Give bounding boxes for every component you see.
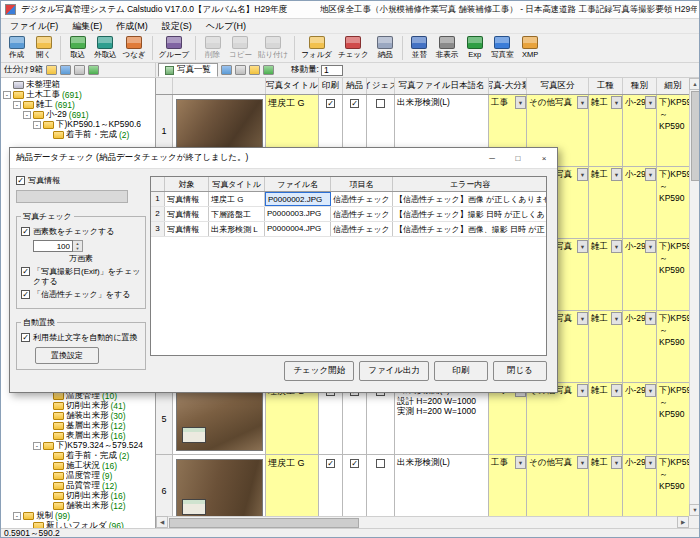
toolbar-create-button[interactable]: 作成 <box>3 35 30 61</box>
shubetsu-cell[interactable]: 小-29 <box>623 383 657 454</box>
toolbar-delivery-button[interactable]: 納品 <box>372 35 399 61</box>
dropdown-button[interactable] <box>577 96 588 109</box>
file-name-cell[interactable]: P0000004.JPG <box>265 222 331 236</box>
saibetsu-cell[interactable]: 下)KP590.1～KP590 <box>657 167 689 238</box>
pixel-check-checkbox[interactable]: 画素数をチェックする <box>21 227 141 237</box>
menu-item-2[interactable]: 作成(M) <box>110 19 154 34</box>
tree-item[interactable]: 品質管理(12) <box>1 481 155 491</box>
photo-kubun-cell[interactable]: その他写真 <box>527 383 589 454</box>
dropdown-button[interactable] <box>577 456 588 469</box>
toolbar-xmp-button[interactable]: XMP <box>517 35 544 60</box>
dropdown-button[interactable] <box>611 456 622 469</box>
photo-thumbnail[interactable] <box>176 459 263 517</box>
scroll-down-icon[interactable]: ▼ <box>689 504 700 516</box>
print-checkbox[interactable] <box>326 99 335 108</box>
error-row[interactable]: 1写真情報埋戻工 GP0000002.JPG信憑性チェック【信憑性チェック】画像… <box>151 192 546 207</box>
photo-title-cell[interactable]: 下層路盤工 <box>209 207 265 221</box>
pixel-count-input[interactable] <box>33 240 73 252</box>
toolbar-import-button[interactable]: 取込 <box>64 35 91 61</box>
tree-item[interactable]: 着手前・完成(2) <box>1 130 155 140</box>
auto-replace-checkbox[interactable]: 利用禁止文字を自動的に置換 <box>21 333 141 343</box>
digest-cell[interactable] <box>367 383 395 454</box>
print-checkbox[interactable] <box>326 459 335 468</box>
target-cell[interactable]: 写真情報 <box>165 222 209 236</box>
toolbar-group-button[interactable]: グループ <box>156 35 193 61</box>
menu-item-1[interactable]: 編集(E) <box>66 19 108 34</box>
folder-add-icon[interactable] <box>46 65 57 75</box>
item-name-cell[interactable]: 信憑性チェック <box>331 192 393 206</box>
dropdown-button[interactable] <box>645 312 656 325</box>
tab-photo-list[interactable]: 写真一覧 <box>158 63 218 77</box>
error-text-cell[interactable]: 【信憑性チェック】撮影 日時 が正しくありません。 <box>393 207 547 221</box>
vertical-scrollbar[interactable]: ▲ ▼ <box>689 78 700 516</box>
scroll-right-icon[interactable]: ▶ <box>677 516 689 528</box>
koushu-cell[interactable]: 雑工 <box>589 383 623 454</box>
koushu-cell[interactable]: 雑工 <box>589 167 623 238</box>
collapse-icon[interactable]: - <box>33 442 41 450</box>
tree-item[interactable]: 新しいフォルダ(96) <box>1 521 155 528</box>
scroll-up-icon[interactable]: ▲ <box>689 78 700 90</box>
collapse-icon[interactable]: - <box>3 91 11 99</box>
jp-filename-cell[interactable]: 出来形検測(L) 設計 H=200 W=1000 実測 H=200 W=1000 <box>395 383 489 454</box>
detail-view-icon[interactable] <box>263 65 274 75</box>
tree-item[interactable]: 切削出来形(16) <box>1 491 155 501</box>
toolbar-photo-room-button[interactable]: 写真室 <box>488 35 517 61</box>
tree-item[interactable]: 表層出来形(16) <box>1 431 155 441</box>
minimize-icon[interactable]: ─ <box>479 148 505 168</box>
dropdown-button[interactable] <box>577 384 588 397</box>
tree-item[interactable]: -規制(99) <box>1 511 155 521</box>
photo-title-cell[interactable]: 出来形検測 L <box>209 222 265 236</box>
dropdown-button[interactable] <box>577 240 588 253</box>
dropdown-button[interactable] <box>611 240 622 253</box>
collapse-icon[interactable]: - <box>13 101 21 109</box>
photo-title-cell[interactable]: 埋戻工 G <box>209 192 265 206</box>
jp-filename-cell[interactable]: 出来形検測(L) <box>395 455 489 516</box>
list-view-icon[interactable] <box>235 65 246 75</box>
saibetsu-cell[interactable]: 下)KP590.1～KP590 <box>657 383 689 454</box>
vertical-scroll-thumb[interactable] <box>691 91 700 181</box>
dropdown-button[interactable] <box>515 96 526 109</box>
koushu-cell[interactable]: 雑工 <box>589 95 623 166</box>
thumbnail-view-icon[interactable] <box>221 65 232 75</box>
photo-title-cell[interactable]: 埋戻工 G <box>266 455 319 516</box>
delivery-cell[interactable] <box>343 383 367 454</box>
move-amount-input[interactable] <box>321 65 343 76</box>
photo-info-checkbox[interactable]: 写真情報 <box>16 176 146 186</box>
toolbar-ext-import-button[interactable]: 外取込 <box>91 35 120 61</box>
target-cell[interactable]: 写真情報 <box>165 207 209 221</box>
toolbar-exp-button[interactable]: Exp <box>461 35 488 60</box>
close-icon[interactable]: × <box>531 148 557 168</box>
folder-collapse-icon[interactable] <box>74 65 85 75</box>
major-category-cell[interactable]: 工事 <box>489 455 527 516</box>
dropdown-button[interactable] <box>611 312 622 325</box>
row-number[interactable]: 1 <box>151 192 165 206</box>
photo-kubun-cell[interactable]: その他写真 <box>527 455 589 516</box>
error-text-cell[interactable]: 【信憑性チェック】画像 が正しくありません。 <box>393 192 547 206</box>
digest-cell[interactable] <box>367 455 395 516</box>
menu-item-4[interactable]: ヘルプ(H) <box>200 19 252 34</box>
dialog-titlebar[interactable]: 納品データチェック (納品データチェックが終了しました。) ─ □ × <box>10 148 557 169</box>
dropdown-button[interactable] <box>515 456 526 469</box>
major-category-cell[interactable]: 工事 <box>489 383 527 454</box>
dropdown-button[interactable] <box>611 168 622 181</box>
target-cell[interactable]: 写真情報 <box>165 192 209 206</box>
scroll-left-icon[interactable]: ◀ <box>156 516 168 528</box>
album-view-icon[interactable] <box>249 65 260 75</box>
koushu-cell[interactable]: 雑工 <box>589 455 623 516</box>
dropdown-button[interactable] <box>645 456 656 469</box>
saibetsu-cell[interactable]: 下)KP590.1～KP590 <box>657 311 689 382</box>
pixel-spinner[interactable]: ▲▼ <box>73 240 83 252</box>
koushu-cell[interactable]: 雑工 <box>589 311 623 382</box>
photo-thumbnail[interactable] <box>176 387 263 451</box>
replace-settings-button[interactable]: 置換設定 <box>35 347 99 364</box>
delivery-checkbox[interactable] <box>350 99 359 108</box>
digest-checkbox[interactable] <box>376 459 385 468</box>
print-cell[interactable] <box>319 455 343 516</box>
file-name-cell[interactable]: P0000003.JPG <box>265 207 331 221</box>
row-number[interactable]: 2 <box>151 207 165 221</box>
shubetsu-cell[interactable]: 小-29 <box>623 95 657 166</box>
photo-cell[interactable] <box>173 383 266 454</box>
horizontal-scroll-thumb[interactable] <box>169 518 359 528</box>
toolbar-connect-button[interactable]: つなぎ <box>120 35 149 61</box>
item-name-cell[interactable]: 信憑性チェック <box>331 222 393 236</box>
